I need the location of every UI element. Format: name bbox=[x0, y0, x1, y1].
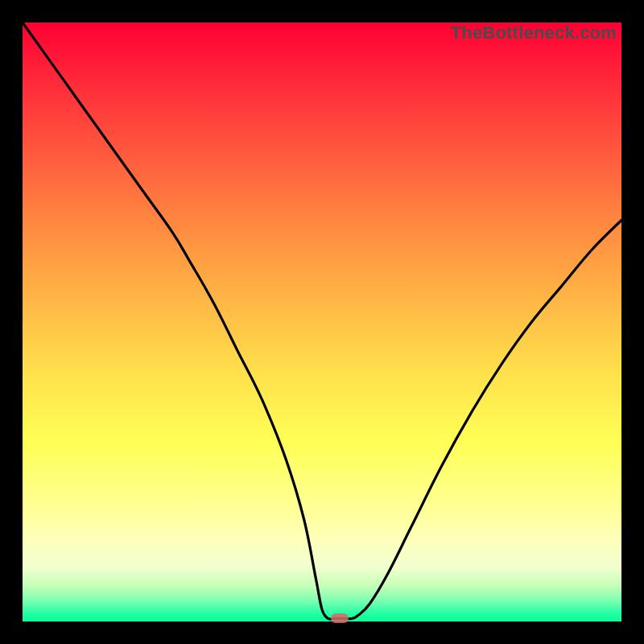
plot-area: TheBottleneck.com bbox=[23, 23, 621, 621]
bottleneck-curve bbox=[23, 23, 621, 621]
optimal-marker bbox=[331, 613, 349, 623]
chart-root: TheBottleneck.com bbox=[0, 0, 644, 644]
